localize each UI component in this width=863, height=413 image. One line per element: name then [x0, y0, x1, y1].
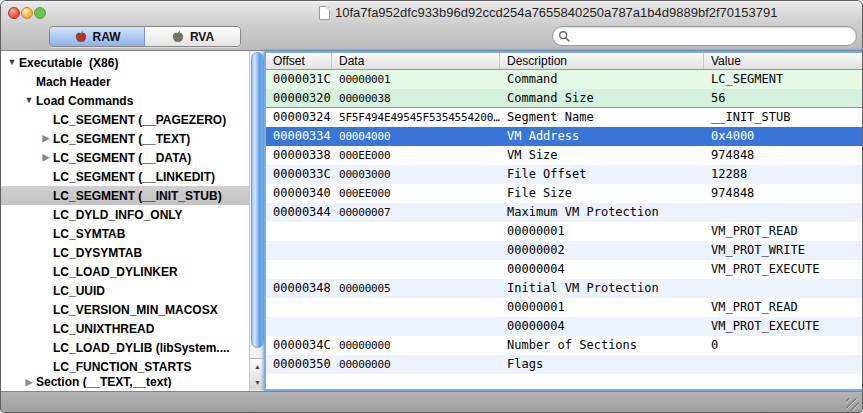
- table-row[interactable]: 00000001VM_PROT_READ: [266, 298, 862, 317]
- table-row[interactable]: 0000032000000038Command Size56: [266, 89, 862, 108]
- sidebar-item-label: LC_VERSION_MIN_MACOSX: [53, 303, 218, 317]
- sidebar-item-label: LC_DYSYMTAB: [53, 246, 142, 260]
- document-icon: [319, 6, 330, 20]
- disclosure-collapsed-icon[interactable]: ▶: [22, 376, 36, 388]
- sidebar-item-mach-header[interactable]: Mach Header: [1, 72, 249, 91]
- sidebar-item-label: LC_LOAD_DYLIB (libSystem....: [53, 341, 230, 355]
- scroll-up-arrow-icon[interactable]: ▲: [250, 359, 264, 375]
- sidebar-item-lc-segment-text[interactable]: ▶LC_SEGMENT (__TEXT): [1, 129, 249, 148]
- cell-description: File Offset: [500, 165, 704, 184]
- resize-grip[interactable]: [846, 398, 859, 411]
- raw-tab[interactable]: RAW: [50, 27, 145, 46]
- sidebar-item-label: LC_SEGMENT (__DATA): [53, 151, 191, 165]
- cell-description: 00000002: [500, 241, 704, 260]
- cell-offset: 0000033C: [266, 165, 332, 184]
- table-row[interactable]: 0000033C00003000File Offset12288: [266, 165, 862, 184]
- cell-value: 12288: [704, 165, 862, 184]
- cell-description: 00000004: [500, 260, 704, 279]
- table-row[interactable]: 00000001VM_PROT_READ: [266, 222, 862, 241]
- cell-description: Flags: [500, 355, 704, 374]
- table-row[interactable]: 000003245F5F494E49545F5354554200…Segment…: [266, 108, 862, 127]
- table-row[interactable]: 0000035000000000Flags: [266, 355, 862, 374]
- cell-data: [332, 222, 500, 241]
- table-row[interactable]: 00000004VM_PROT_EXECUTE: [266, 317, 862, 336]
- search-field: [552, 26, 857, 46]
- table-row[interactable]: 0000031C00000001CommandLC_SEGMENT: [266, 70, 862, 89]
- cell-value: VM_PROT_WRITE: [704, 241, 862, 260]
- table-row[interactable]: 00000338000EE000VM Size974848: [266, 146, 862, 165]
- sidebar-item-label: LC_SYMTAB: [53, 227, 125, 241]
- table-row[interactable]: 00000340000EE000File Size974848: [266, 184, 862, 203]
- sidebar-item-lc-unixthread[interactable]: LC_UNIXTHREAD: [1, 319, 249, 338]
- sidebar-item-lc-load-dylib-libsystem[interactable]: LC_LOAD_DYLIB (libSystem....: [1, 338, 249, 357]
- cell-offset: 00000344: [266, 203, 332, 222]
- cell-value: VM_PROT_EXECUTE: [704, 260, 862, 279]
- sidebar-item-lc-dysymtab[interactable]: LC_DYSYMTAB: [1, 243, 249, 262]
- cell-value: [704, 279, 862, 298]
- cell-value: 0: [704, 336, 862, 355]
- disclosure-expanded-icon[interactable]: ▼: [5, 53, 19, 72]
- rva-tab[interactable]: RVA: [145, 27, 240, 46]
- sidebar-item-lc-segment-linkedit[interactable]: LC_SEGMENT (__LINKEDIT): [1, 167, 249, 186]
- cell-data: 000EE000: [332, 184, 500, 203]
- disclosure-collapsed-icon[interactable]: ▶: [39, 129, 53, 148]
- sidebar-item-label: Load Commands: [36, 94, 133, 108]
- column-header-offset[interactable]: Offset: [266, 53, 332, 69]
- table-row[interactable]: 00000002VM_PROT_WRITE: [266, 241, 862, 260]
- window-title: 10fa7fa952dfc933b96d92ccd254a7655840250a…: [335, 2, 777, 24]
- sidebar-item-section-text-text[interactable]: ▶Section (__TEXT,__text): [1, 376, 249, 388]
- scroll-down-arrow-icon[interactable]: ▼: [250, 375, 264, 391]
- cell-data: 000EE000: [332, 146, 500, 165]
- toolbar: RAW RVA: [1, 23, 862, 51]
- sidebar-item-lc-dyld-info-only[interactable]: LC_DYLD_INFO_ONLY: [1, 205, 249, 224]
- sidebar-item-lc-load-dylinker[interactable]: LC_LOAD_DYLINKER: [1, 262, 249, 281]
- cell-offset: [266, 298, 332, 317]
- raw-rva-segmented-control: RAW RVA: [49, 26, 241, 47]
- table-row[interactable]: 0000034400000007Maximum VM Protection: [266, 203, 862, 222]
- table-row[interactable]: 0000034800000005Initial VM Protection: [266, 279, 862, 298]
- cell-value: 56: [704, 89, 862, 107]
- sidebar-item-lc-function-starts[interactable]: LC_FUNCTION_STARTS: [1, 357, 249, 376]
- disclosure-expanded-icon[interactable]: ▼: [22, 91, 36, 110]
- column-header-data[interactable]: Data: [332, 53, 500, 69]
- cell-value: VM_PROT_READ: [704, 298, 862, 317]
- zoom-button[interactable]: [34, 7, 46, 19]
- close-button[interactable]: [8, 7, 20, 19]
- search-input[interactable]: [571, 28, 856, 44]
- sidebar-item-label: LC_SEGMENT (__TEXT): [53, 132, 190, 146]
- table-row[interactable]: 0000034C00000000Number of Sections0: [266, 336, 862, 355]
- cell-offset: 00000320: [266, 89, 332, 107]
- sidebar-item-lc-segment-init-stub[interactable]: LC_SEGMENT (__INIT_STUB): [1, 186, 249, 205]
- sidebar-item-load-commands[interactable]: ▼Load Commands: [1, 91, 249, 110]
- sidebar-item-lc-segment-pagezero[interactable]: LC_SEGMENT (__PAGEZERO): [1, 110, 249, 129]
- sidebar-item-lc-uuid[interactable]: LC_UUID: [1, 281, 249, 300]
- cell-offset: [266, 241, 332, 260]
- minimize-button[interactable]: [21, 7, 33, 19]
- table-row[interactable]: 00000004VM_PROT_EXECUTE: [266, 260, 862, 279]
- search-icon: [558, 30, 571, 43]
- sidebar-item-label: Section (__TEXT,__text): [36, 376, 171, 388]
- sidebar-item-lc-segment-data[interactable]: ▶LC_SEGMENT (__DATA): [1, 148, 249, 167]
- sidebar-item-label: LC_UUID: [53, 284, 105, 298]
- table-row[interactable]: 0000033400004000VM Address0x4000: [266, 127, 862, 146]
- cell-data: 5F5F494E49545F5354554200…: [332, 108, 500, 127]
- cell-description: 00000001: [500, 298, 704, 317]
- column-header-description[interactable]: Description: [500, 53, 704, 69]
- sidebar-item-lc-version-min-macosx[interactable]: LC_VERSION_MIN_MACOSX: [1, 300, 249, 319]
- cell-value: VM_PROT_READ: [704, 222, 862, 241]
- sidebar-item-label: LC_DYLD_INFO_ONLY: [53, 208, 183, 222]
- column-header-value[interactable]: Value: [704, 53, 862, 69]
- sidebar-item-lc-symtab[interactable]: LC_SYMTAB: [1, 224, 249, 243]
- cell-offset: [266, 222, 332, 241]
- sidebar-item-executable-x86[interactable]: ▼Executable (X86): [1, 53, 249, 72]
- sidebar-item-label: Executable (X86): [19, 56, 118, 70]
- disclosure-collapsed-icon[interactable]: ▶: [39, 148, 53, 167]
- scrollbar-thumb[interactable]: [251, 52, 264, 348]
- cell-data: 00000001: [332, 70, 500, 89]
- cell-value: [704, 203, 862, 222]
- cell-offset: 0000031C: [266, 70, 332, 89]
- olive-apple-icon: [171, 30, 185, 44]
- table-header: OffsetDataDescriptionValue: [266, 53, 862, 70]
- cell-value: __INIT_STUB: [704, 108, 862, 127]
- sidebar-tree: ▼Executable (X86)Mach Header▼Load Comman…: [1, 53, 249, 388]
